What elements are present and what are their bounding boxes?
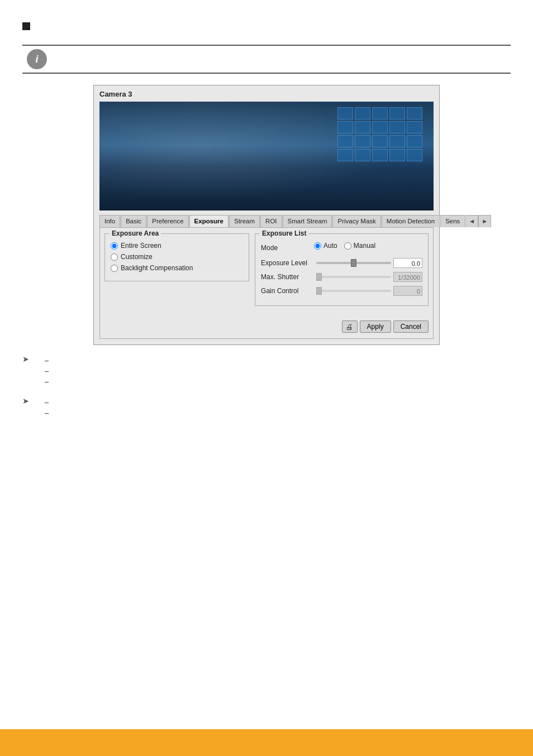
tab-roi[interactable]: ROI [260,215,282,227]
bullet-line-1c: – [45,377,511,386]
tab-columns: Exposure Area Entire Screen Customize [104,233,429,310]
arrow-pointer-2: ➤ [22,396,29,405]
exposure-list-group: Exposure List Mode Auto [255,233,429,306]
info-icon-letter: i [35,54,38,65]
radio-backlight: Backlight Compensation [111,264,243,272]
dialog-footer: 🖨 Apply Cancel [104,320,429,333]
monitor-cell [407,107,422,119]
radio-entire-screen: Entire Screen [111,242,243,250]
gain-control-row: Gain Control 0 [261,286,422,296]
monitor-cell [372,121,388,133]
print-icon: 🖨 [346,323,353,331]
print-button[interactable]: 🖨 [342,320,358,333]
info-icon: i [27,49,47,69]
tab-basic[interactable]: Basic [121,215,146,227]
camera-preview [99,102,434,210]
radio-backlight-label: Backlight Compensation [121,264,193,272]
exposure-level-slider[interactable] [316,262,391,264]
tab-preference[interactable]: Preference [147,215,188,227]
monitor-cell [372,135,388,147]
info-bar: i [22,45,511,74]
monitor-cell [389,121,405,133]
max-shutter-value: 1/32000 [393,272,422,282]
dash-1a: – [45,356,49,365]
section-bullet [22,22,30,30]
arrow-content-1: – – – [34,354,511,388]
mode-auto-radio[interactable] [314,242,321,250]
exposure-level-thumb[interactable] [351,259,356,267]
radio-entire-screen-label: Entire Screen [121,242,161,250]
exposure-area-column: Exposure Area Entire Screen Customize [104,233,249,310]
tab-sens[interactable]: Sens [440,215,465,227]
monitor-cell [337,149,353,161]
monitor-cell [337,135,353,147]
tab-arrow-left[interactable]: ◄ [465,215,478,227]
gain-control-slider [316,290,391,292]
monitor-cell [355,149,370,161]
mode-manual-radio[interactable] [344,242,351,250]
radio-customize-input[interactable] [111,253,118,261]
tab-privacy-mask[interactable]: Privacy Mask [332,215,380,227]
tab-content-exposure: Exposure Area Entire Screen Customize [99,228,434,339]
radio-entire-screen-input[interactable] [111,242,118,250]
mode-label: Mode [261,244,314,252]
arrow-section-2: ➤ – – [22,396,511,419]
mode-row: Mode Auto Manual [261,242,422,254]
cancel-button[interactable]: Cancel [393,320,429,333]
exposure-area-group: Exposure Area Entire Screen Customize [104,233,249,281]
radio-customize: Customize [111,253,243,261]
camera-preview-inner [99,102,434,210]
mode-options: Auto Manual [314,242,375,250]
gain-control-value: 0 [393,286,422,296]
mode-manual-text: Manual [354,242,375,250]
arrow-content-2: – – [34,396,511,419]
camera-title: Camera 3 [99,90,434,98]
monitor-cell [389,135,405,147]
apply-button[interactable]: Apply [360,320,391,333]
camera-dialog: Camera 3 [93,85,440,345]
max-shutter-thumb [316,273,322,281]
monitor-cell [407,149,422,161]
exposure-level-row: Exposure Level 0.0 [261,258,422,268]
monitor-cell [372,149,388,161]
monitor-cell [337,107,353,119]
monitor-cell [389,149,405,161]
monitor-cell [407,121,422,133]
exposure-level-label: Exposure Level [261,259,314,267]
dash-2b: – [45,409,49,417]
tab-smart-stream[interactable]: Smart Stream [283,215,332,227]
tab-motion-detection[interactable]: Motion Detection [382,215,440,227]
arrow-pointer-1: ➤ [22,355,29,363]
footer-bar [0,729,533,756]
tab-stream[interactable]: Stream [229,215,260,227]
tab-info[interactable]: Info [99,215,120,227]
exposure-list-column: Exposure List Mode Auto [255,233,429,310]
monitor-cell [372,107,388,119]
exposure-list-title: Exposure List [260,229,308,237]
mode-auto-label: Auto [314,242,337,250]
monitor-cell [337,121,353,133]
monitor-cell [355,121,370,133]
dash-2a: – [45,398,49,406]
radio-backlight-input[interactable] [111,265,118,272]
dash-1c: – [45,377,49,386]
bullet-line-2a: – [45,398,511,406]
mode-auto-text: Auto [323,242,337,250]
gain-control-label: Gain Control [261,287,314,295]
dash-1b: – [45,367,49,375]
exposure-level-value: 0.0 [393,258,422,268]
monitor-cell [355,107,370,119]
monitor-cell [355,135,370,147]
monitor-cell [407,135,422,147]
tabs-bar: Info Basic Preference Exposure Stream RO… [99,215,434,228]
monitor-cell [389,107,405,119]
description-section: ➤ – – – ➤ – [22,354,511,419]
gain-control-thumb [316,287,322,295]
radio-customize-label: Customize [121,253,153,261]
mode-manual-label: Manual [344,242,375,250]
exposure-area-title: Exposure Area [110,229,161,237]
bullet-line-2b: – [45,409,511,417]
tab-arrow-right[interactable]: ► [478,215,491,227]
tab-exposure[interactable]: Exposure [189,215,229,227]
bullet-line-1a: – [45,356,511,365]
